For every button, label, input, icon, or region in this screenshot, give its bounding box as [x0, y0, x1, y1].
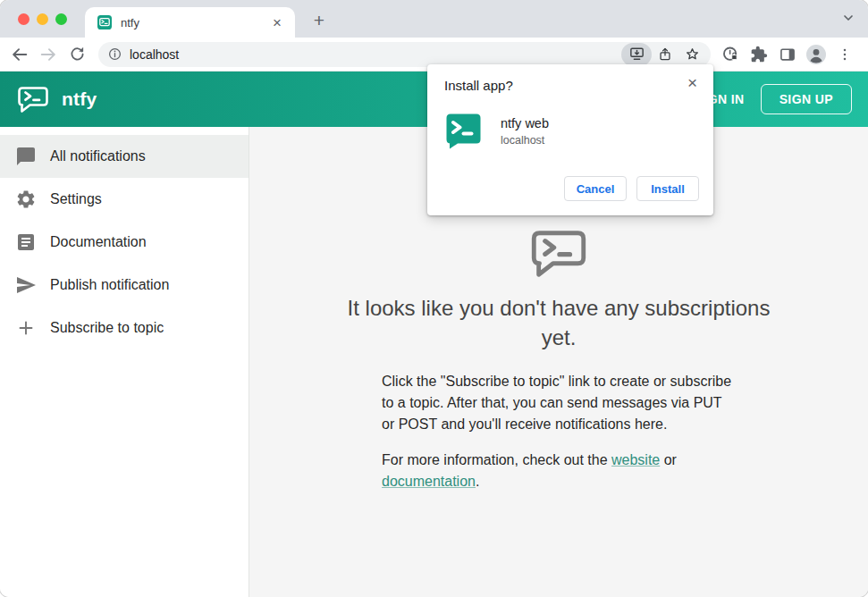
window-minimize-button[interactable] [37, 13, 48, 25]
sign-up-button[interactable]: SIGN UP [761, 84, 852, 114]
ntfy-app-icon [444, 112, 483, 150]
empty-state-text: Click the "Subscribe to topic" link to c… [382, 371, 736, 507]
install-app-text: ntfy web localhost [501, 116, 549, 147]
sidebar: All notifications Settings Documentation… [0, 127, 249, 597]
install-dialog-title: Install app? [444, 78, 699, 93]
dialog-close-icon[interactable]: × [682, 72, 703, 93]
send-icon [15, 274, 37, 296]
paragraph-2-suffix: . [476, 474, 479, 489]
browser-tab-ntfy[interactable]: ntfy × [85, 7, 295, 38]
share-button[interactable] [652, 43, 678, 66]
privacy-extension-icon[interactable] [716, 41, 745, 68]
sidebar-item-label: All notifications [50, 148, 146, 164]
back-button[interactable] [5, 41, 34, 68]
plus-icon [15, 317, 37, 339]
tab-strip: ntfy × + [0, 0, 868, 38]
install-dialog-actions: Cancel Install [444, 176, 699, 201]
address-bar[interactable]: localhost [98, 42, 711, 67]
extensions-puzzle-icon[interactable] [745, 41, 773, 68]
empty-state-paragraph-1: Click the "Subscribe to topic" link to c… [382, 371, 736, 435]
bookmark-star-button[interactable] [678, 43, 705, 66]
article-icon [15, 231, 37, 253]
install-app-dialog: Install app? × ntfy web localhost Cancel… [427, 64, 713, 215]
window-zoom-button[interactable] [55, 13, 67, 25]
new-tab-button[interactable]: + [307, 9, 332, 34]
app-title: ntfy [62, 88, 97, 110]
forward-button[interactable] [34, 41, 63, 68]
browser-menu-icon[interactable] [830, 41, 859, 68]
reload-button[interactable] [63, 41, 91, 68]
sidebar-item-subscribe-to-topic[interactable]: Subscribe to topic [0, 307, 249, 349]
install-button[interactable]: Install [636, 176, 699, 201]
sidebar-item-label: Documentation [50, 234, 147, 250]
install-app-button[interactable] [621, 43, 652, 66]
chat-icon [15, 146, 37, 167]
sidebar-item-label: Settings [50, 191, 102, 207]
url-text[interactable]: localhost [130, 47, 621, 62]
sidebar-item-documentation[interactable]: Documentation [0, 221, 249, 264]
sidebar-item-label: Subscribe to topic [50, 320, 164, 336]
ntfy-favicon-icon [97, 15, 112, 29]
documentation-link[interactable]: documentation [382, 474, 476, 489]
site-info-icon[interactable] [107, 46, 122, 62]
paragraph-2-prefix: For more information, check out the [382, 452, 611, 467]
empty-state-headline: It looks like you don't have any subscri… [344, 293, 773, 352]
paragraph-2-middle: or [660, 452, 677, 467]
toolbar-extensions-area [716, 41, 859, 68]
empty-state-paragraph-2: For more information, check out the webs… [382, 450, 736, 492]
sidebar-item-publish-notification[interactable]: Publish notification [0, 264, 249, 307]
side-panel-icon[interactable] [773, 41, 802, 68]
sidebar-item-all-notifications[interactable]: All notifications [0, 135, 249, 178]
cancel-button[interactable]: Cancel [564, 176, 627, 201]
profile-avatar[interactable] [802, 41, 830, 68]
website-link[interactable]: website [611, 452, 660, 467]
ntfy-logo-icon [16, 85, 50, 114]
tab-search-chevron-icon[interactable] [841, 11, 855, 29]
ntfy-empty-state-logo-icon [528, 227, 589, 281]
traffic-lights [18, 13, 67, 25]
tab-close-icon[interactable]: × [268, 13, 286, 32]
browser-window: ntfy × + localhost [0, 0, 868, 597]
sidebar-item-settings[interactable]: Settings [0, 178, 249, 221]
window-close-button[interactable] [18, 13, 29, 25]
tab-title: ntfy [121, 16, 268, 29]
gear-icon [15, 189, 37, 210]
install-app-name: ntfy web [501, 116, 549, 130]
sidebar-item-label: Publish notification [50, 277, 169, 293]
install-app-origin: localhost [501, 134, 549, 147]
install-app-info: ntfy web localhost [444, 112, 699, 150]
